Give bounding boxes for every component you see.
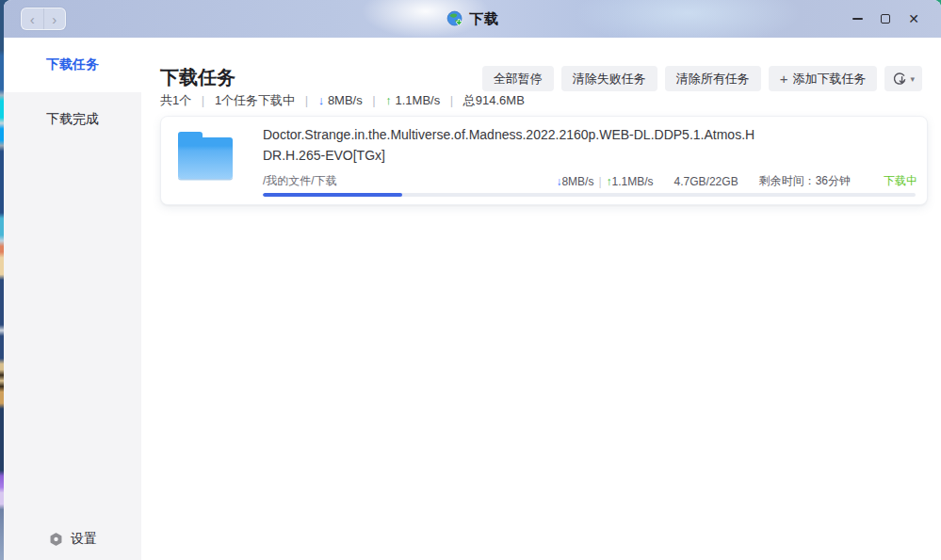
clear-all-button[interactable]: 清除所有任务 <box>665 66 761 91</box>
main-panel: 下载任务 共1个 | 1个任务下载中 | ↓ 8MB/s | ↑ 1.1MB/s… <box>141 38 941 560</box>
download-manager-window: ‹ › 下载 ✕ 下载任务 <box>4 0 941 560</box>
progress-bar <box>263 193 916 197</box>
task-remaining-time: 剩余时间：36分钟 <box>759 173 851 189</box>
summary-count: 共1个 <box>160 93 191 107</box>
settings-label: 设置 <box>71 531 97 548</box>
sidebar-settings[interactable]: 设置 <box>4 531 141 548</box>
content-area: 下载任务 下载完成 设置 下载任务 共1个 | 1个任务下载中 <box>4 38 941 560</box>
window-controls: ✕ <box>843 0 928 38</box>
toolbar: 全部暂停 清除失败任务 清除所有任务 + 添加下载任务 ▾ <box>482 66 922 91</box>
summary-active-tasks: 1个任务下载中 <box>215 93 295 107</box>
summary-down-speed: 8MB/s <box>328 93 363 107</box>
maximize-icon <box>881 14 890 24</box>
download-task-card[interactable]: Doctor.Strange.in.the.Multiverse.of.Madn… <box>160 116 928 205</box>
upload-arrow-icon: ↑ <box>385 93 392 107</box>
nav-button-group: ‹ › <box>21 8 66 30</box>
sidebar-item-download-tasks[interactable]: 下载任务 <box>4 38 141 92</box>
window-title: 下载 <box>470 10 499 28</box>
task-path: /我的文件/下载 <box>263 173 556 189</box>
chevron-left-icon: ‹ <box>30 12 35 26</box>
task-status-badge: 下载中 <box>884 173 917 189</box>
chevron-right-icon: › <box>52 12 57 26</box>
summary-total-size: 总914.6MB <box>463 93 525 107</box>
sidebar-item-label: 下载完成 <box>46 111 99 128</box>
task-filename: Doctor.Strange.in.the.Multiverse.of.Madn… <box>263 124 754 166</box>
sort-by-time-icon <box>892 72 907 87</box>
titlebar[interactable]: ‹ › 下载 ✕ <box>4 0 941 38</box>
maximize-button[interactable] <box>871 0 900 38</box>
forward-button[interactable]: › <box>43 8 66 29</box>
task-size: 4.7GB/22GB <box>674 175 738 188</box>
download-arrow-icon: ↓ <box>318 93 325 107</box>
progress-fill <box>263 193 402 197</box>
sidebar-item-label: 下载任务 <box>46 56 99 73</box>
pause-all-button[interactable]: 全部暂停 <box>482 66 554 91</box>
download-globe-icon <box>446 10 463 27</box>
sort-order-button[interactable]: ▾ <box>884 66 922 91</box>
chevron-down-icon: ▾ <box>910 74 915 84</box>
gear-icon <box>48 532 64 548</box>
close-button[interactable]: ✕ <box>900 0 928 38</box>
minimize-icon <box>852 18 863 20</box>
close-icon: ✕ <box>908 12 919 25</box>
add-task-button[interactable]: + 添加下载任务 <box>769 66 878 91</box>
folder-icon <box>178 132 233 181</box>
plus-icon: + <box>780 72 788 86</box>
summary-up-speed: 1.1MB/s <box>395 93 440 107</box>
window-title-area: 下载 <box>4 0 941 38</box>
summary-line: 共1个 | 1个任务下载中 | ↓ 8MB/s | ↑ 1.1MB/s | 总9… <box>160 92 941 109</box>
task-detail-row: /我的文件/下载 ↓8MB/s|↑1.1MB/s 4.7GB/22GB 剩余时间… <box>263 173 917 189</box>
minimize-button[interactable] <box>843 0 871 38</box>
back-button[interactable]: ‹ <box>22 8 43 29</box>
clear-failed-button[interactable]: 清除失败任务 <box>561 66 657 91</box>
sidebar: 下载任务 下载完成 设置 <box>4 38 141 560</box>
task-speeds: ↓8MB/s|↑1.1MB/s <box>556 175 653 188</box>
sidebar-item-download-complete[interactable]: 下载完成 <box>4 92 141 147</box>
